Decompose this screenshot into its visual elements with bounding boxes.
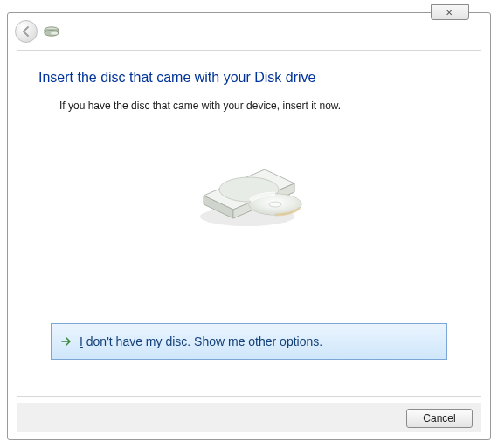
disk-drive-icon	[43, 25, 60, 38]
drive-illustration	[17, 152, 481, 231]
command-arrow-icon	[60, 335, 73, 348]
optical-drive-image	[188, 152, 310, 231]
footer-bar: Cancel	[17, 403, 481, 432]
content-panel: Insert the disc that came with your Disk…	[17, 50, 481, 397]
svg-point-12	[269, 202, 281, 207]
wizard-window: ✕ Insert the disc that came with your Di…	[7, 12, 491, 440]
back-arrow-icon	[20, 25, 32, 38]
no-disc-option-label: I don't have my disc. Show me other opti…	[80, 334, 322, 348]
back-button[interactable]	[15, 20, 38, 43]
svg-point-3	[51, 32, 58, 35]
cancel-button[interactable]: Cancel	[406, 409, 473, 428]
close-button[interactable]: ✕	[431, 4, 469, 20]
close-icon: ✕	[446, 8, 454, 17]
toolbar	[15, 20, 60, 43]
page-title: Insert the disc that came with your Disk…	[17, 51, 481, 91]
no-disc-option[interactable]: I don't have my disc. Show me other opti…	[51, 323, 447, 360]
page-subtitle: If you have the disc that came with your…	[17, 91, 481, 112]
